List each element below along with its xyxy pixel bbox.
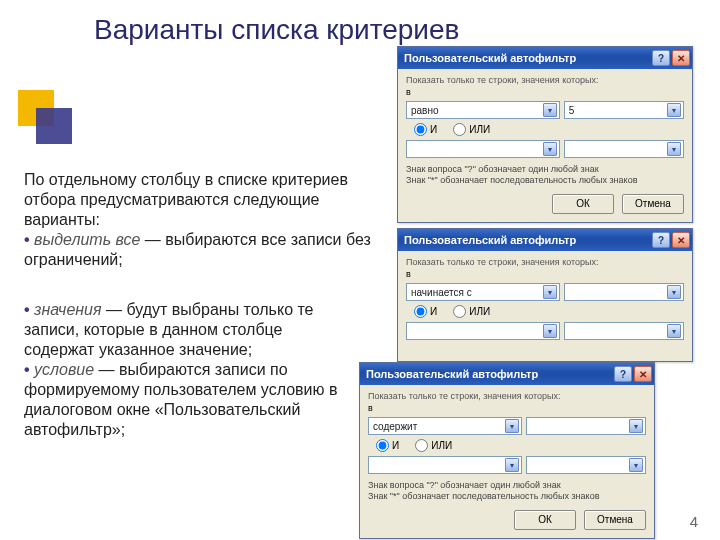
condition-combo-1[interactable]: начинается с ▾ (406, 283, 560, 301)
dialog-note: Знак вопроса "?" обозначает один любой з… (406, 164, 684, 186)
para1-intro: По отдельному столбцу в списке критериев… (24, 171, 348, 228)
combo-value: содержит (373, 421, 417, 432)
ok-button[interactable]: ОК (514, 510, 576, 530)
ok-button[interactable]: ОК (552, 194, 614, 214)
dialog-titlebar[interactable]: Пользовательский автофильтр ? ✕ (398, 47, 692, 69)
combo-value: 5 (569, 105, 575, 116)
radio-and[interactable]: И (414, 123, 437, 136)
chevron-down-icon: ▾ (667, 103, 681, 117)
combo-value: начинается с (411, 287, 472, 298)
value-combo-2[interactable]: ▾ (526, 456, 646, 474)
cancel-button[interactable]: Отмена (584, 510, 646, 530)
chevron-down-icon: ▾ (505, 458, 519, 472)
condition-combo-1[interactable]: содержит ▾ (368, 417, 522, 435)
close-button[interactable]: ✕ (672, 232, 690, 248)
cancel-button[interactable]: Отмена (622, 194, 684, 214)
help-button[interactable]: ? (652, 50, 670, 66)
dialog-title: Пользовательский автофильтр (366, 368, 612, 380)
dialog-hint: Показать только те строки, значения кото… (406, 257, 684, 267)
bullet-marker: • (24, 301, 34, 318)
term-condition: условие (34, 361, 94, 378)
condition-combo-2[interactable]: ▾ (368, 456, 522, 474)
dialog-title: Пользовательский автофильтр (404, 52, 650, 64)
chevron-down-icon: ▾ (543, 142, 557, 156)
chevron-down-icon: ▾ (629, 458, 643, 472)
field-label: в (406, 87, 684, 97)
body-paragraph-2: • значения — будут выбраны только те зап… (24, 300, 354, 440)
condition-combo-2[interactable]: ▾ (406, 322, 560, 340)
dialog-hint: Показать только те строки, значения кото… (406, 75, 684, 85)
dialog-titlebar[interactable]: Пользовательский автофильтр ? ✕ (360, 363, 654, 385)
radio-or[interactable]: ИЛИ (415, 439, 452, 452)
autofilter-dialog-1: Пользовательский автофильтр ? ✕ Показать… (397, 46, 693, 223)
value-combo-1[interactable]: 5 ▾ (564, 101, 684, 119)
value-combo-2[interactable]: ▾ (564, 140, 684, 158)
radio-or[interactable]: ИЛИ (453, 305, 490, 318)
chevron-down-icon: ▾ (543, 103, 557, 117)
dialog-hint: Показать только те строки, значения кото… (368, 391, 646, 401)
slide-title: Варианты списка критериев (94, 14, 459, 46)
body-paragraph-1: По отдельному столбцу в списке критериев… (24, 170, 384, 270)
chevron-down-icon: ▾ (667, 142, 681, 156)
value-combo-1[interactable]: ▾ (526, 417, 646, 435)
term-select-all: выделить все (34, 231, 140, 248)
chevron-down-icon: ▾ (629, 419, 643, 433)
bullet-marker: • (24, 231, 34, 248)
term-values: значения (34, 301, 102, 318)
value-combo-1[interactable]: ▾ (564, 283, 684, 301)
field-label: в (406, 269, 684, 279)
decorative-squares (18, 90, 76, 148)
chevron-down-icon: ▾ (667, 324, 681, 338)
combo-value: равно (411, 105, 439, 116)
chevron-down-icon: ▾ (543, 324, 557, 338)
close-button[interactable]: ✕ (634, 366, 652, 382)
bullet-marker: • (24, 361, 34, 378)
radio-and[interactable]: И (414, 305, 437, 318)
autofilter-dialog-2: Пользовательский автофильтр ? ✕ Показать… (397, 228, 693, 362)
page-number: 4 (690, 513, 698, 530)
chevron-down-icon: ▾ (667, 285, 681, 299)
close-button[interactable]: ✕ (672, 50, 690, 66)
radio-or[interactable]: ИЛИ (453, 123, 490, 136)
field-label: в (368, 403, 646, 413)
dialog-note: Знак вопроса "?" обозначает один любой з… (368, 480, 646, 502)
chevron-down-icon: ▾ (543, 285, 557, 299)
value-combo-2[interactable]: ▾ (564, 322, 684, 340)
dialog-title: Пользовательский автофильтр (404, 234, 650, 246)
autofilter-dialog-3: Пользовательский автофильтр ? ✕ Показать… (359, 362, 655, 539)
help-button[interactable]: ? (614, 366, 632, 382)
chevron-down-icon: ▾ (505, 419, 519, 433)
radio-and[interactable]: И (376, 439, 399, 452)
dialog-titlebar[interactable]: Пользовательский автофильтр ? ✕ (398, 229, 692, 251)
condition-combo-2[interactable]: ▾ (406, 140, 560, 158)
condition-combo-1[interactable]: равно ▾ (406, 101, 560, 119)
help-button[interactable]: ? (652, 232, 670, 248)
